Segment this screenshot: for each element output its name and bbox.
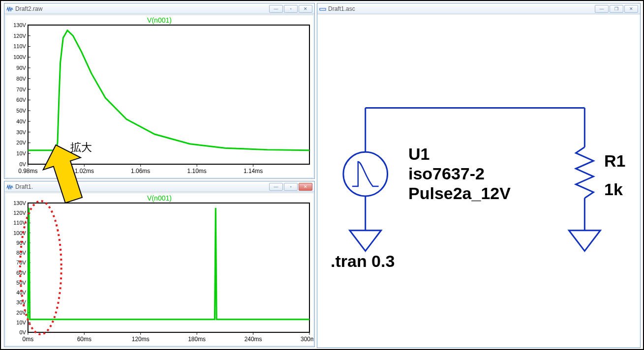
svg-marker-87 <box>350 231 381 251</box>
highlight-ellipse <box>20 201 61 334</box>
wave-icon <box>6 183 13 190</box>
svg-text:30V: 30V <box>16 299 26 305</box>
svg-text:120ms: 120ms <box>132 336 150 343</box>
svg-text:90V: 90V <box>16 65 26 71</box>
svg-text:10V: 10V <box>16 150 26 156</box>
close-button[interactable]: ✕ <box>299 5 312 13</box>
schematic-icon <box>319 5 326 12</box>
component-variant[interactable]: Pulse2a_12V <box>408 184 511 203</box>
svg-text:120V: 120V <box>13 33 26 39</box>
wave-icon <box>6 5 13 12</box>
zoom-arrow-icon <box>31 139 90 207</box>
svg-marker-80 <box>37 139 90 206</box>
svg-text:100V: 100V <box>13 54 26 60</box>
min-button[interactable]: — <box>269 5 283 13</box>
svg-text:70V: 70V <box>16 260 26 265</box>
svg-text:0V: 0V <box>19 161 26 167</box>
svg-text:60ms: 60ms <box>77 336 92 343</box>
component-value-r1[interactable]: 1k <box>604 180 623 199</box>
window-title: Draft2.raw <box>15 5 42 12</box>
svg-text:300ms: 300ms <box>301 336 313 343</box>
svg-text:110V: 110V <box>13 220 26 226</box>
max-button[interactable]: ▫ <box>284 5 298 13</box>
svg-rect-39 <box>28 203 309 332</box>
svg-text:80V: 80V <box>16 250 26 256</box>
svg-text:80V: 80V <box>16 76 26 82</box>
svg-text:30V: 30V <box>16 129 26 135</box>
min-button[interactable]: — <box>269 183 283 191</box>
svg-text:70V: 70V <box>16 87 26 92</box>
svg-text:100V: 100V <box>13 230 26 236</box>
close-button[interactable]: ✕ <box>299 183 312 191</box>
window-title: Draft1.asc <box>328 5 355 12</box>
max-button[interactable]: ▫ <box>284 183 298 191</box>
svg-text:40V: 40V <box>16 118 26 124</box>
svg-text:120V: 120V <box>13 210 26 216</box>
component-model[interactable]: iso7637-2 <box>408 164 485 183</box>
component-name-r1[interactable]: R1 <box>604 151 625 171</box>
svg-text:1.06ms: 1.06ms <box>131 168 150 175</box>
titlebar-schematic[interactable]: Draft1.asc — ❐ ✕ <box>317 3 640 14</box>
svg-text:10V: 10V <box>16 320 26 325</box>
plot2-body[interactable]: V(n001) 0V10V20V30V40V50V60V70V80V90V100… <box>5 193 314 346</box>
svg-text:1.14ms: 1.14ms <box>244 168 263 175</box>
svg-text:110V: 110V <box>13 43 26 49</box>
component-name-u1[interactable]: U1 <box>408 145 429 164</box>
schematic-window[interactable]: Draft1.asc — ❐ ✕ <box>317 3 641 348</box>
schematic-canvas[interactable]: U1 iso7637-2 Pulse2a_12V R1 1k .tran 0.3 <box>318 15 640 347</box>
svg-marker-90 <box>569 231 600 251</box>
svg-text:60V: 60V <box>16 270 26 276</box>
svg-text:130V: 130V <box>13 200 26 206</box>
svg-text:0V: 0V <box>19 329 26 335</box>
svg-text:50V: 50V <box>16 108 26 114</box>
svg-text:0ms: 0ms <box>23 336 34 343</box>
close-button[interactable]: ✕ <box>624 5 638 13</box>
svg-text:180ms: 180ms <box>188 336 206 343</box>
svg-text:130V: 130V <box>13 22 26 28</box>
titlebar-plot1[interactable]: Draft2.raw — ▫ ✕ <box>4 3 314 14</box>
restore-button[interactable]: ❐ <box>610 5 623 13</box>
svg-text:1.10ms: 1.10ms <box>187 168 207 175</box>
svg-text:60V: 60V <box>16 97 26 103</box>
min-button[interactable]: — <box>595 5 609 13</box>
plot2-svg[interactable]: 0V10V20V30V40V50V60V70V80V90V100V110V120… <box>5 193 313 346</box>
svg-rect-81 <box>320 8 326 10</box>
spice-directive[interactable]: .tran 0.3 <box>331 252 395 271</box>
svg-text:20V: 20V <box>16 140 26 146</box>
svg-text:240ms: 240ms <box>245 336 262 343</box>
